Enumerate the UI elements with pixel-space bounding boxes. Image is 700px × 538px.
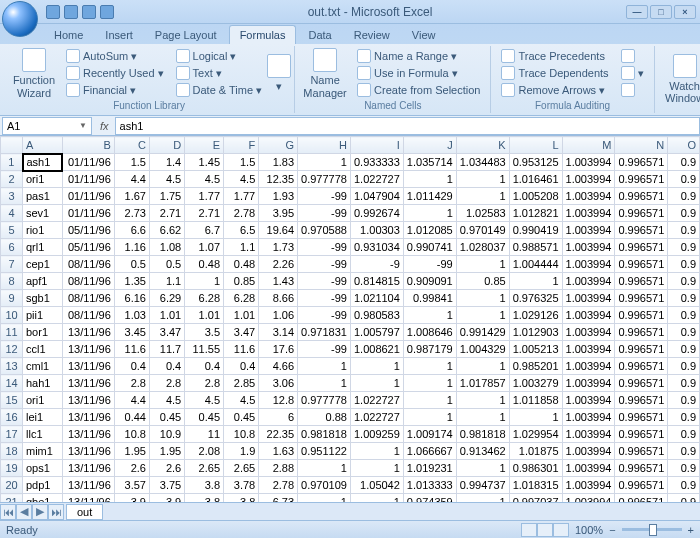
cell[interactable]: 1.73 (259, 239, 298, 256)
tab-home[interactable]: Home (44, 26, 93, 44)
cell[interactable]: 0.971831 (298, 324, 351, 341)
cell[interactable]: 0.991429 (456, 324, 509, 341)
col-header-C[interactable]: C (114, 137, 149, 154)
cell[interactable]: 1.003994 (562, 443, 615, 460)
cell[interactable]: -99 (298, 307, 351, 324)
row-header[interactable]: 2 (1, 171, 23, 188)
cell[interactable]: hah1 (23, 375, 63, 392)
cell[interactable]: 2.65 (224, 460, 259, 477)
cell[interactable]: 1.008621 (350, 341, 403, 358)
cell[interactable]: 13/11/96 (62, 341, 114, 358)
cell[interactable]: 4.4 (114, 171, 149, 188)
cell[interactable]: 0.996571 (615, 426, 668, 443)
cell[interactable]: 1.003994 (562, 375, 615, 392)
cell[interactable]: 0.996571 (615, 460, 668, 477)
row-header[interactable]: 21 (1, 494, 23, 503)
cell[interactable]: 01/11/96 (62, 154, 114, 171)
cell[interactable]: 0.996571 (615, 171, 668, 188)
view-break-button[interactable] (553, 523, 569, 537)
row-header[interactable]: 4 (1, 205, 23, 222)
cell[interactable]: 1.003994 (562, 307, 615, 324)
cell[interactable]: 2.78 (259, 477, 298, 494)
cell[interactable]: pdp1 (23, 477, 63, 494)
cell[interactable]: 2.73 (114, 205, 149, 222)
cell[interactable]: 1.011858 (509, 392, 562, 409)
cell[interactable]: 2.8 (114, 375, 149, 392)
cell[interactable]: 1.003994 (562, 392, 615, 409)
cell[interactable]: 01/11/96 (62, 205, 114, 222)
cell[interactable]: 1 (185, 273, 224, 290)
cell[interactable]: 1 (403, 375, 456, 392)
cell[interactable]: 0.9 (668, 188, 700, 205)
cell[interactable]: 3.06 (259, 375, 298, 392)
tab-data[interactable]: Data (298, 26, 341, 44)
cell[interactable]: qrl1 (23, 239, 63, 256)
cell[interactable]: 1.022727 (350, 392, 403, 409)
office-button[interactable] (2, 1, 38, 37)
cell[interactable]: 1.029954 (509, 426, 562, 443)
cell[interactable]: 1.5 (224, 154, 259, 171)
cell[interactable]: 1.019231 (403, 460, 456, 477)
cell[interactable]: 0.996571 (615, 256, 668, 273)
cell[interactable]: 3.75 (149, 477, 184, 494)
cell[interactable]: -99 (403, 256, 456, 273)
cell[interactable]: 1.43 (259, 273, 298, 290)
cell[interactable]: 1.83 (259, 154, 298, 171)
cell[interactable]: 2.8 (149, 375, 184, 392)
row-header[interactable]: 15 (1, 392, 23, 409)
col-header-F[interactable]: F (224, 137, 259, 154)
cell[interactable]: 0.913462 (456, 443, 509, 460)
autosum-button[interactable]: AutoSum ▾ (62, 48, 168, 64)
col-header-B[interactable]: B (62, 137, 114, 154)
cell[interactable]: 1.003994 (562, 154, 615, 171)
col-header-O[interactable]: O (668, 137, 700, 154)
cell[interactable]: 1.008646 (403, 324, 456, 341)
cell[interactable]: sgb1 (23, 290, 63, 307)
cell[interactable]: 08/11/96 (62, 290, 114, 307)
cell[interactable]: 1.9 (224, 443, 259, 460)
cell[interactable]: 0.933333 (350, 154, 403, 171)
cell[interactable]: 1.034483 (456, 154, 509, 171)
cell[interactable]: 0.996571 (615, 307, 668, 324)
cell[interactable]: 6 (259, 409, 298, 426)
sheet-last-button[interactable]: ⏭ (48, 504, 64, 520)
cell[interactable]: ori1 (23, 171, 63, 188)
cell[interactable]: rio1 (23, 222, 63, 239)
cell[interactable]: 1.005797 (350, 324, 403, 341)
cell[interactable]: 3.47 (224, 324, 259, 341)
cell[interactable]: 3.9 (149, 494, 184, 503)
cell[interactable]: 1.01 (224, 307, 259, 324)
cell[interactable]: 0.9 (668, 205, 700, 222)
cell[interactable]: 10.9 (149, 426, 184, 443)
cell[interactable]: 1.003994 (562, 426, 615, 443)
cell[interactable]: 1.01 (149, 307, 184, 324)
cell[interactable]: 6.28 (224, 290, 259, 307)
cell[interactable]: 1.75 (149, 188, 184, 205)
cell[interactable]: 1 (298, 154, 351, 171)
redo-icon[interactable] (82, 5, 96, 19)
cell[interactable]: 0.986301 (509, 460, 562, 477)
cell[interactable]: 6.28 (185, 290, 224, 307)
cell[interactable]: 0.996571 (615, 154, 668, 171)
sheet-tab[interactable]: out (66, 504, 103, 520)
row-header[interactable]: 20 (1, 477, 23, 494)
cell[interactable]: 0.85 (224, 273, 259, 290)
cell[interactable]: 0.992674 (350, 205, 403, 222)
cell[interactable]: 0.9 (668, 256, 700, 273)
col-header-H[interactable]: H (298, 137, 351, 154)
cell[interactable]: 1.004329 (456, 341, 509, 358)
cell[interactable]: 0.990741 (403, 239, 456, 256)
cell[interactable]: 1.93 (259, 188, 298, 205)
cell[interactable]: 1 (350, 460, 403, 477)
cell[interactable]: 11.7 (149, 341, 184, 358)
cell[interactable]: 6.29 (149, 290, 184, 307)
close-button[interactable]: × (674, 5, 696, 19)
cell[interactable]: 2.26 (259, 256, 298, 273)
cell[interactable]: 1 (456, 188, 509, 205)
cell[interactable]: 0.9 (668, 460, 700, 477)
row-header[interactable]: 7 (1, 256, 23, 273)
cell[interactable]: 0.4 (224, 358, 259, 375)
cell[interactable]: 2.6 (114, 460, 149, 477)
cell[interactable]: -99 (298, 290, 351, 307)
cell[interactable]: 1.003994 (562, 239, 615, 256)
